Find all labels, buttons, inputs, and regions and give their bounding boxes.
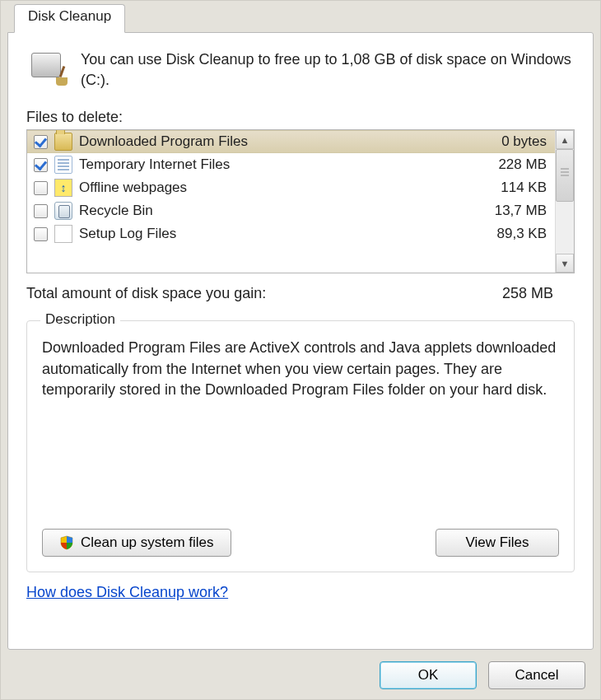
doc-icon — [54, 156, 72, 174]
view-files-label: View Files — [465, 534, 529, 551]
help-link-text: How does Disk Cleanup work? — [26, 584, 228, 600]
cleanup-system-files-button[interactable]: Clean up system files — [42, 529, 231, 557]
cancel-button[interactable]: Cancel — [488, 661, 585, 689]
description-group: Description Downloaded Program Files are… — [26, 320, 575, 572]
tab-bar: Disk Cleanup — [7, 4, 594, 32]
file-checkbox[interactable] — [34, 181, 48, 195]
scroll-down-button[interactable]: ▼ — [556, 254, 574, 273]
file-name: Offline webpages — [79, 180, 466, 196]
disk-cleanup-icon — [31, 49, 66, 84]
description-legend: Description — [40, 311, 120, 328]
file-row[interactable]: Temporary Internet Files228 MB — [27, 153, 555, 176]
help-link[interactable]: How does Disk Cleanup work? — [26, 584, 228, 601]
tab-disk-cleanup[interactable]: Disk Cleanup — [14, 4, 125, 33]
file-size: 13,7 MB — [473, 203, 547, 219]
page-icon — [54, 225, 72, 243]
file-size: 228 MB — [473, 156, 547, 173]
bin-icon — [54, 202, 72, 220]
description-buttons: Clean up system files View Files — [42, 529, 559, 557]
file-row[interactable]: Downloaded Program Files0 bytes — [27, 130, 555, 153]
scroll-up-button[interactable]: ▲ — [556, 130, 574, 149]
file-size: 89,3 KB — [473, 226, 547, 242]
description-text: Downloaded Program Files are ActiveX con… — [42, 338, 559, 400]
files-to-delete-label: Files to delete: — [26, 109, 575, 126]
disk-cleanup-dialog: Disk Cleanup You can use Disk Cleanup to… — [0, 0, 601, 700]
total-label: Total amount of disk space you gain: — [26, 285, 266, 302]
file-checkbox[interactable] — [34, 135, 48, 149]
file-size: 114 KB — [473, 180, 547, 196]
scrollbar[interactable]: ▲ ▼ — [555, 130, 574, 273]
file-name: Temporary Internet Files — [79, 156, 466, 173]
file-checkbox[interactable] — [34, 158, 48, 172]
total-value: 258 MB — [502, 285, 553, 302]
file-size: 0 bytes — [473, 133, 547, 150]
scroll-track[interactable] — [556, 149, 574, 254]
view-files-button[interactable]: View Files — [436, 529, 559, 557]
file-name: Setup Log Files — [79, 226, 466, 242]
total-row: Total amount of disk space you gain: 258… — [26, 285, 575, 302]
scroll-thumb[interactable] — [556, 149, 574, 202]
file-checkbox[interactable] — [34, 204, 48, 218]
cleanup-system-files-label: Clean up system files — [81, 534, 214, 551]
uac-shield-icon — [59, 535, 74, 550]
file-row[interactable]: Recycle Bin13,7 MB — [27, 199, 555, 222]
intro-text: You can use Disk Cleanup to free up to 1… — [81, 49, 575, 91]
dialog-button-row: OK Cancel — [380, 661, 585, 689]
files-list-box: Downloaded Program Files0 bytesTemporary… — [26, 129, 575, 273]
ok-label: OK — [418, 667, 439, 684]
tab-label: Disk Cleanup — [28, 8, 111, 24]
cancel-label: Cancel — [515, 667, 559, 684]
file-row[interactable]: Setup Log Files89,3 KB — [27, 222, 555, 245]
file-name: Downloaded Program Files — [79, 133, 466, 150]
intro-row: You can use Disk Cleanup to free up to 1… — [26, 49, 575, 91]
file-row[interactable]: Offline webpages114 KB — [27, 176, 555, 199]
files-list[interactable]: Downloaded Program Files0 bytesTemporary… — [27, 130, 555, 273]
web-icon — [54, 179, 72, 197]
ok-button[interactable]: OK — [380, 661, 477, 689]
file-name: Recycle Bin — [79, 203, 466, 219]
tab-panel: You can use Disk Cleanup to free up to 1… — [7, 32, 594, 650]
file-checkbox[interactable] — [34, 227, 48, 241]
folder-icon — [54, 133, 72, 151]
